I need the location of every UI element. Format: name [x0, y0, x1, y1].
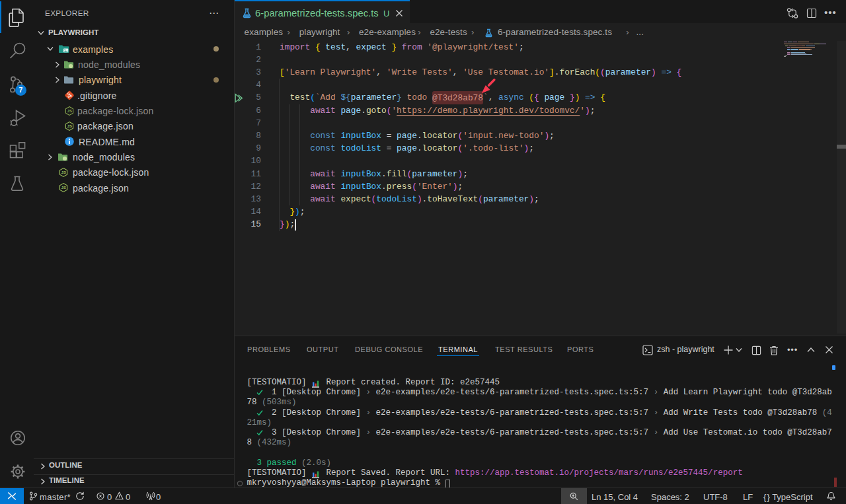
- svg-text:JS: JS: [67, 109, 72, 113]
- svg-text:JS: JS: [61, 170, 66, 174]
- svg-text:JS: JS: [61, 186, 66, 190]
- svg-text:JS: JS: [67, 124, 72, 128]
